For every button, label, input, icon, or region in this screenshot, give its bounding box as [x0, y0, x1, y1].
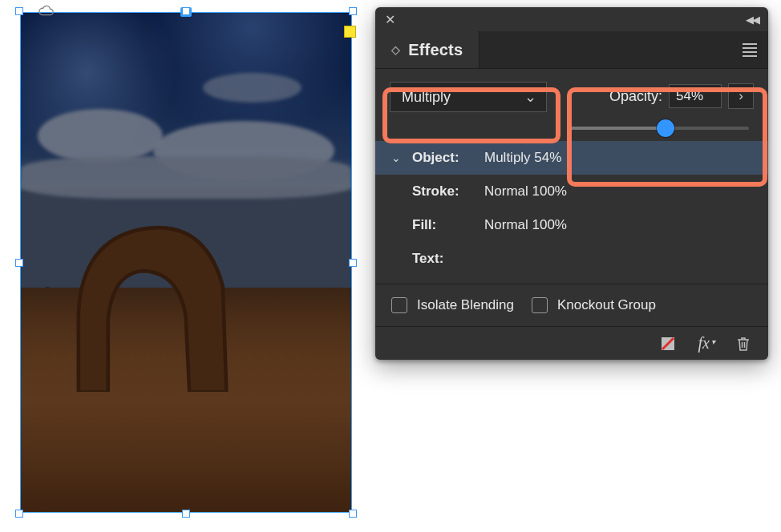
cloud-link-icon: [37, 5, 55, 21]
target-row-text[interactable]: Text:: [375, 242, 768, 276]
chevron-right-icon: ›: [739, 88, 743, 104]
trash-icon[interactable]: [736, 336, 751, 352]
effects-panel: ✕ ◀◀ ◇ Effects Multiply ⌄ Opacity: 54% ›: [375, 7, 768, 360]
row-label: Object:: [412, 150, 478, 166]
target-row-stroke[interactable]: Stroke: Normal 100%: [375, 175, 768, 208]
target-list: ⌄ Object: Multiply 54% Stroke: Normal 10…: [375, 139, 768, 284]
row-value: Normal 100%: [484, 217, 567, 233]
opacity-field[interactable]: 54%: [669, 84, 722, 108]
resize-handle-bl[interactable]: [15, 510, 23, 518]
collapse-icon[interactable]: ◀◀: [746, 14, 759, 26]
content-grabber[interactable]: [344, 26, 356, 38]
tab-effects[interactable]: ◇ Effects: [375, 31, 479, 68]
clear-effects-icon[interactable]: [660, 336, 676, 352]
row-value: Normal 100%: [484, 183, 567, 200]
opacity-flyout-button[interactable]: ›: [728, 83, 754, 109]
knockout-label: Knockout Group: [557, 297, 656, 313]
blend-mode-dropdown[interactable]: Multiply ⌄: [390, 82, 547, 112]
multiply-preview-overlay: [21, 13, 351, 512]
row-label: Text:: [412, 251, 478, 267]
panel-menu-icon[interactable]: [743, 43, 757, 57]
placed-image[interactable]: [21, 13, 351, 512]
resize-handle-tl[interactable]: [15, 7, 23, 15]
knockout-group-checkbox[interactable]: Knockout Group: [532, 297, 656, 313]
target-row-object[interactable]: ⌄ Object: Multiply 54%: [375, 141, 768, 175]
resize-handle-ml[interactable]: [15, 259, 23, 267]
disclosure-icon[interactable]: ⌄: [391, 151, 406, 164]
drag-grip-icon: ◇: [391, 46, 400, 53]
opacity-value: 54%: [676, 88, 703, 104]
panel-title: Effects: [408, 41, 463, 59]
blend-mode-value: Multiply: [402, 89, 451, 106]
row-value: Multiply 54%: [484, 150, 561, 166]
resize-handle-tr[interactable]: [349, 7, 357, 15]
isolate-label: Isolate Blending: [417, 297, 514, 313]
selected-image-frame[interactable]: [18, 10, 354, 515]
checkbox-icon: [532, 297, 548, 313]
resize-handle-br[interactable]: [349, 510, 357, 518]
resize-handle-mr[interactable]: [349, 259, 357, 267]
row-label: Stroke:: [412, 183, 478, 200]
resize-handle-tm[interactable]: [182, 7, 190, 15]
resize-handle-bm[interactable]: [182, 510, 190, 518]
opacity-slider[interactable]: [568, 120, 749, 136]
target-row-fill[interactable]: Fill: Normal 100%: [375, 208, 768, 242]
row-label: Fill:: [412, 217, 478, 233]
checkbox-icon: [391, 297, 407, 313]
opacity-slider-thumb[interactable]: [657, 119, 674, 137]
opacity-label: Opacity:: [609, 88, 662, 105]
fx-icon[interactable]: fx▾: [698, 334, 714, 353]
chevron-down-icon: ⌄: [524, 88, 536, 106]
isolate-blending-checkbox[interactable]: Isolate Blending: [391, 297, 514, 313]
close-icon[interactable]: ✕: [385, 12, 395, 27]
